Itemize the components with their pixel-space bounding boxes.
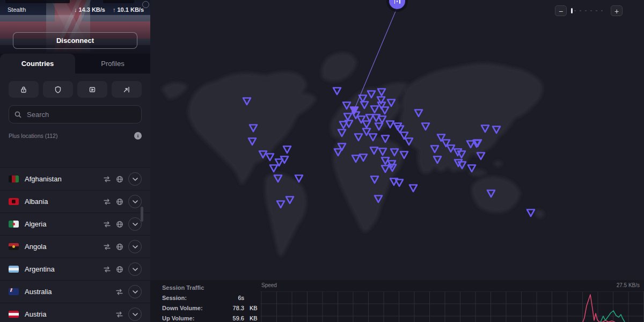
globe-icon [116, 198, 123, 206]
session-row-value: 6s [221, 295, 244, 301]
expand-country-button[interactable] [128, 262, 142, 276]
expand-country-button[interactable] [128, 240, 142, 253]
speed-chart-max-label: 27.5 KB/s [617, 282, 640, 288]
tab-profiles[interactable]: Profiles [75, 54, 150, 74]
shield-filter-button[interactable] [43, 81, 73, 98]
countries-panel: Plus locations (112) i Afghanistan Alban… [0, 74, 150, 322]
expand-country-button[interactable] [128, 308, 142, 321]
country-name: Austria [25, 310, 109, 318]
expand-country-button[interactable] [128, 195, 142, 208]
expand-country-button[interactable] [128, 172, 142, 186]
world-map-canvas [150, 0, 644, 322]
sidebar: Stealth ↓14.3 KB/s ↑10.1 KB/s Disconnect… [0, 0, 150, 322]
zoom-slider[interactable] [571, 8, 606, 14]
af-flag-icon [9, 175, 19, 182]
server-marker[interactable] [266, 154, 274, 161]
streaming-filter-button[interactable] [77, 81, 107, 98]
ar-flag-icon [9, 266, 19, 273]
search-box[interactable] [9, 105, 142, 123]
clipped-server-info [5, 0, 145, 3]
zoom-slider-track [574, 10, 606, 11]
globe-icon [116, 221, 123, 228]
connection-header: Stealth ↓14.3 KB/s ↑10.1 KB/s Disconnect [0, 0, 150, 54]
speed-chart-title: Speed [261, 282, 277, 288]
zoom-in-button[interactable]: + [611, 5, 623, 16]
swap-icon [103, 266, 111, 273]
zoom-out-button[interactable]: − [555, 5, 567, 16]
list-scrollbar[interactable] [141, 207, 143, 222]
country-row-icons [103, 240, 142, 253]
session-row-unit [244, 295, 260, 301]
server-marker[interactable] [270, 165, 277, 172]
shield-icon [54, 86, 62, 93]
info-icon[interactable]: i [134, 132, 142, 140]
country-list: Afghanistan Albania Algeria Angola [0, 167, 150, 322]
server-marker[interactable] [283, 147, 291, 153]
plus-locations-header: Plus locations (112) i [9, 132, 142, 140]
sidebar-tabbar: Countries Profiles [0, 54, 150, 74]
speed-chart-canvas [260, 291, 644, 322]
country-name: Algeria [25, 220, 97, 228]
country-row-argentina[interactable]: Argentina [0, 258, 150, 280]
zoom-slider-thumb[interactable] [571, 8, 573, 13]
session-rows: Session: 6s Down Volume: 78.3 KBUp Volum… [162, 295, 260, 321]
au-flag-icon [9, 288, 19, 295]
session-traffic-title: Session Traffic [162, 284, 260, 291]
expand-country-button[interactable] [128, 217, 142, 231]
download-arrow-icon: ↓ [74, 6, 77, 13]
map-zoom-controls: − + [555, 5, 623, 16]
world-map[interactable]: − + Session Traffic Session: 6s Down Vol… [150, 0, 644, 322]
swap-icon [103, 199, 111, 205]
country-name: Angola [25, 243, 97, 251]
globe-icon [116, 175, 123, 183]
country-row-icons [103, 195, 142, 208]
country-row-icons [103, 172, 142, 186]
swap-icon [103, 221, 111, 228]
continent-silhouettes [161, 53, 545, 257]
country-row-algeria[interactable]: Algeria [0, 213, 150, 235]
country-row-australia[interactable]: Australia [0, 280, 150, 303]
country-row-icons [115, 308, 142, 321]
speed-readout: ↓14.3 KB/s ↑10.1 KB/s [74, 6, 144, 13]
pin-glyph-icon [394, 0, 400, 4]
country-row-afghanistan[interactable]: Afghanistan [0, 167, 150, 190]
server-marker[interactable] [409, 185, 417, 192]
globe-icon [116, 266, 123, 273]
server-feature-filters [0, 74, 150, 98]
session-row-value: 59.6 [221, 315, 244, 321]
country-row-austria[interactable]: Austria [0, 303, 150, 322]
download-speed: 14.3 KB/s [78, 6, 105, 13]
country-row-icons [115, 285, 142, 298]
session-traffic-panel: Session Traffic Session: 6s Down Volume:… [150, 280, 260, 322]
session-row-unit: KB [244, 305, 260, 311]
country-row-icons [103, 217, 142, 231]
country-name: Argentina [25, 265, 97, 273]
tab-countries[interactable]: Countries [0, 54, 75, 74]
stats-overlay: Session Traffic Session: 6s Down Volume:… [150, 280, 644, 322]
search-input[interactable] [26, 110, 136, 119]
expand-country-button[interactable] [128, 285, 142, 298]
lock-filter-button[interactable] [9, 81, 39, 98]
country-row-angola[interactable]: Angola [0, 235, 150, 258]
plus-locations-label: Plus locations (112) [9, 133, 134, 139]
swap-icon [103, 176, 111, 182]
streaming-icon [89, 86, 96, 93]
swap-icon [103, 244, 111, 250]
country-row-albania[interactable]: Albania [0, 190, 150, 213]
p2p-icon [123, 86, 130, 93]
session-row-label: Up Volume: [162, 315, 221, 321]
session-row: Up Volume: 59.6 KB [162, 315, 260, 321]
disconnect-button[interactable]: Disconnect [13, 32, 137, 49]
server-marker[interactable] [527, 210, 535, 217]
at-flag-icon [9, 311, 19, 318]
server-marker[interactable] [396, 180, 403, 187]
lock-icon [20, 86, 27, 93]
p2p-filter-button[interactable] [112, 81, 142, 98]
upload-speed: 10.1 KB/s [117, 6, 144, 13]
country-name: Australia [25, 288, 109, 296]
server-marker[interactable] [333, 88, 341, 95]
swap-icon [115, 289, 123, 295]
country-row-icons [103, 262, 142, 276]
upload-arrow-icon: ↑ [113, 6, 116, 13]
speed-chart: Speed 27.5 KB/s [260, 280, 644, 322]
